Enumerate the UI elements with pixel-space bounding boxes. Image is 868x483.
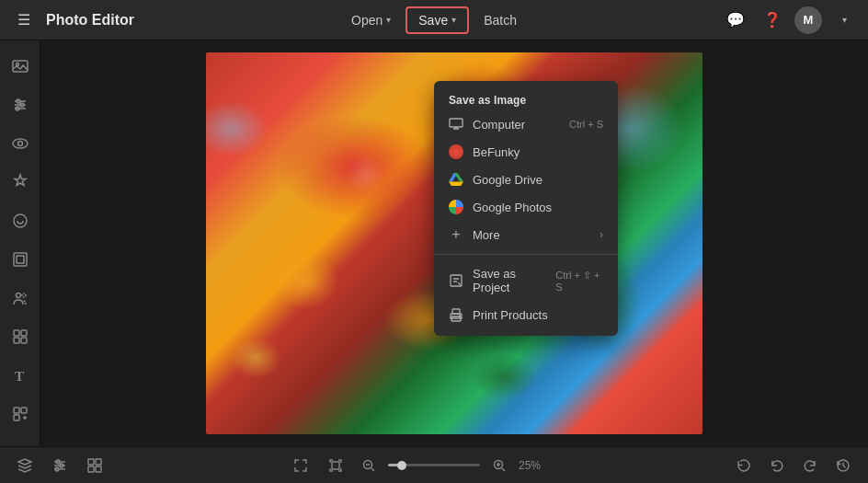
sidebar-item-image[interactable]	[4, 50, 37, 83]
svg-point-9	[17, 142, 22, 146]
svg-line-43	[502, 468, 505, 471]
canvas-area: Save as Image Computer Ctrl + S BeFunky	[40, 40, 868, 446]
redo-button[interactable]	[796, 452, 824, 479]
avatar[interactable]: M	[794, 6, 822, 34]
svg-rect-35	[96, 459, 101, 465]
sidebar-item-more[interactable]	[4, 397, 37, 431]
chat-icon[interactable]: 💬	[721, 6, 750, 35]
adjustments-button[interactable]	[46, 452, 74, 479]
svg-rect-16	[21, 330, 27, 336]
open-button[interactable]: Open ▾	[340, 7, 402, 33]
save-to-google-drive[interactable]: Google Drive	[434, 166, 618, 193]
save-to-google-photos[interactable]: Google Photos	[434, 193, 618, 221]
save-as-image-label: Save as Image	[434, 88, 618, 110]
help-icon[interactable]: ❓	[758, 6, 787, 35]
sidebar-item-people[interactable]	[4, 282, 37, 315]
header-right: 💬 ❓ M ▾	[721, 6, 859, 35]
zoom-slider-thumb[interactable]	[397, 461, 406, 470]
befunky-icon	[449, 144, 463, 159]
bottom-right-history	[730, 452, 857, 479]
svg-rect-18	[21, 338, 27, 343]
google-drive-icon	[449, 172, 463, 187]
svg-rect-15	[14, 330, 19, 336]
svg-rect-12	[17, 256, 24, 263]
svg-point-27	[459, 316, 460, 316]
svg-rect-38	[332, 462, 339, 469]
rotate-left-button[interactable]	[730, 452, 758, 479]
save-dropdown-menu: Save as Image Computer Ctrl + S BeFunky	[434, 81, 618, 336]
main-area: T Save as Image	[0, 40, 868, 446]
svg-rect-36	[88, 466, 94, 472]
svg-line-40	[371, 468, 374, 471]
monitor-icon	[449, 117, 463, 132]
batch-button[interactable]: Batch	[473, 7, 528, 33]
avatar-chevron-icon[interactable]: ▾	[829, 6, 859, 35]
print-products[interactable]: Print Products	[434, 301, 618, 328]
grid-button[interactable]	[81, 452, 108, 479]
svg-point-10	[14, 214, 27, 227]
print-icon	[449, 307, 463, 322]
svg-text:T: T	[15, 369, 24, 384]
sidebar: T	[0, 40, 40, 446]
menu-icon[interactable]: ☰	[9, 6, 39, 35]
bottom-bar: 25%	[0, 446, 868, 483]
svg-point-8	[13, 139, 28, 148]
open-chevron-icon: ▾	[386, 15, 391, 25]
sidebar-item-touch-up[interactable]	[4, 204, 37, 237]
zoom-out-button[interactable]	[357, 454, 381, 477]
sidebar-item-graphics[interactable]	[4, 320, 37, 353]
zoom-slider[interactable]	[388, 464, 480, 466]
svg-rect-22	[14, 415, 19, 420]
save-chevron-icon: ▾	[451, 15, 456, 25]
svg-point-13	[16, 293, 20, 298]
bottom-center-zoom: 25%	[108, 452, 730, 479]
plus-icon: +	[449, 227, 463, 242]
zoom-in-button[interactable]	[487, 454, 511, 477]
sidebar-item-frames[interactable]	[4, 243, 37, 276]
save-to-befunky[interactable]: BeFunky	[434, 138, 618, 166]
history-button[interactable]	[829, 452, 857, 479]
svg-point-14	[22, 293, 26, 297]
undo-button[interactable]	[763, 452, 791, 479]
svg-rect-11	[14, 253, 27, 266]
save-button[interactable]: Save ▾	[405, 6, 469, 34]
header: ☰ Photo Editor Open ▾ Save ▾ Batch 💬 ❓ M…	[0, 0, 868, 40]
sidebar-item-text[interactable]: T	[4, 359, 37, 392]
svg-rect-17	[14, 338, 19, 343]
project-icon	[449, 273, 463, 288]
google-photos-icon	[449, 200, 463, 214]
svg-point-1	[16, 63, 18, 66]
sidebar-item-adjustments[interactable]	[4, 88, 37, 121]
save-as-project[interactable]: Save as Project Ctrl + ⇧ + S	[434, 260, 618, 301]
app-title: Photo Editor	[46, 12, 134, 29]
zoom-fit-button[interactable]	[322, 452, 349, 479]
dropdown-divider	[434, 254, 618, 255]
svg-rect-21	[21, 408, 27, 413]
fit-to-screen-button[interactable]	[287, 452, 314, 479]
save-to-computer[interactable]: Computer Ctrl + S	[434, 110, 618, 138]
svg-rect-0	[13, 61, 28, 72]
svg-rect-37	[96, 466, 101, 472]
more-arrow-icon: ›	[600, 228, 603, 241]
svg-rect-20	[14, 408, 19, 413]
svg-rect-26	[452, 309, 460, 314]
layers-button[interactable]	[11, 452, 39, 479]
zoom-level-label: 25%	[519, 459, 552, 472]
sidebar-item-effects[interactable]	[4, 166, 37, 199]
svg-rect-34	[88, 459, 94, 465]
header-center: Open ▾ Save ▾ Batch	[340, 6, 528, 34]
sidebar-item-view[interactable]	[4, 127, 37, 160]
save-more-options[interactable]: + More ›	[434, 221, 618, 248]
svg-rect-23	[450, 119, 463, 127]
bottom-left-tools	[11, 452, 108, 479]
